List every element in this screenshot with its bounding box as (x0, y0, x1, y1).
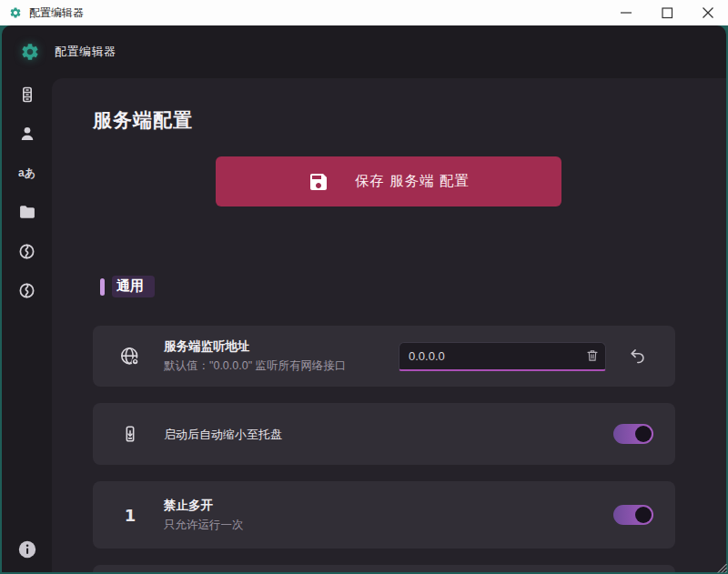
maximize-button[interactable] (646, 0, 687, 25)
app-gear-icon (9, 6, 22, 19)
reset-value-button[interactable] (626, 345, 650, 368)
sidebar-item-files[interactable] (15, 201, 39, 223)
setting-title: 启动后自动缩小至托盘 (164, 428, 282, 441)
setting-subtitle: 只允许运行一次 (164, 518, 613, 533)
app-frame: 配置编辑器 aあ (0, 25, 728, 574)
app-header-title: 配置编辑器 (55, 44, 116, 60)
single-instance-icon: 1 (118, 506, 142, 525)
single-instance-toggle[interactable] (613, 505, 653, 525)
save-server-config-button[interactable]: 保存 服务端 配置 (216, 156, 561, 206)
setting-row-single-instance: 1 禁止多开 只允许运行一次 (93, 481, 675, 549)
window-title: 配置编辑器 (29, 5, 84, 21)
maximize-icon (656, 2, 678, 24)
section-general: 通用 (100, 276, 726, 297)
toggle-knob (635, 507, 652, 523)
clear-input-button[interactable] (580, 342, 605, 369)
main-content: 服务端配置 保存 服务端 配置 通用 (52, 78, 726, 572)
setting-text: 服务端监听地址 默认值："0.0.0.0" 监听所有网络接口 (164, 338, 399, 374)
setting-subtitle: 默认值："0.0.0.0" 监听所有网络接口 (164, 358, 399, 374)
minimize-icon (615, 2, 637, 24)
sidebar-about-button[interactable] (15, 539, 39, 560)
setting-text: 禁止多开 只允许运行一次 (164, 498, 613, 533)
sidebar-item-server[interactable] (15, 84, 39, 106)
page-title: 服务端配置 (93, 107, 726, 133)
setting-text: 启动后自动缩小至托盘 (164, 426, 613, 443)
setting-row-listen-address: 服务端监听地址 默认值："0.0.0.0" 监听所有网络接口 (93, 326, 675, 387)
setting-row-partial (93, 565, 675, 572)
resize-grip[interactable] (717, 563, 727, 573)
sidebar-item-network-2[interactable] (15, 279, 39, 301)
app-header: 配置编辑器 (2, 25, 726, 78)
setting-title: 服务端监听地址 (164, 338, 399, 355)
folder-icon (18, 203, 36, 221)
close-icon (697, 2, 719, 24)
sidebar-item-language[interactable]: aあ (15, 162, 39, 184)
minimize-to-tray-icon (118, 424, 142, 444)
sidebar-item-network-1[interactable] (15, 240, 39, 262)
translate-icon: aあ (18, 166, 35, 181)
body-row: aあ (2, 78, 726, 572)
globe-pin-icon (118, 346, 142, 368)
sidebar: aあ (2, 78, 52, 572)
section-title: 通用 (112, 276, 155, 297)
setting-row-minimize-to-tray: 启动后自动缩小至托盘 (93, 403, 675, 465)
settings-list: 服务端监听地址 默认值："0.0.0.0" 监听所有网络接口 (93, 326, 675, 572)
setting-title: 禁止多开 (164, 498, 613, 514)
sidebar-item-user[interactable] (15, 123, 39, 145)
save-floppy-icon (308, 171, 329, 193)
save-button-label: 保存 服务端 配置 (355, 172, 470, 191)
trash-icon (585, 348, 600, 363)
server-icon (18, 86, 36, 104)
minimize-button[interactable] (605, 0, 646, 25)
app-surface: 配置编辑器 aあ (2, 25, 726, 572)
listen-address-field-wrap (399, 342, 606, 371)
app-gear-icon (20, 42, 40, 62)
undo-icon (629, 347, 647, 366)
info-icon (17, 539, 37, 559)
globe-route-icon (18, 243, 35, 260)
globe-route-icon (18, 282, 35, 299)
toggle-knob (635, 426, 652, 442)
listen-address-input[interactable] (399, 349, 580, 363)
user-icon (18, 125, 36, 143)
section-accent-bar (100, 278, 105, 296)
os-titlebar: 配置编辑器 (0, 0, 728, 25)
close-button[interactable] (687, 0, 728, 25)
minimize-to-tray-toggle[interactable] (613, 424, 653, 444)
